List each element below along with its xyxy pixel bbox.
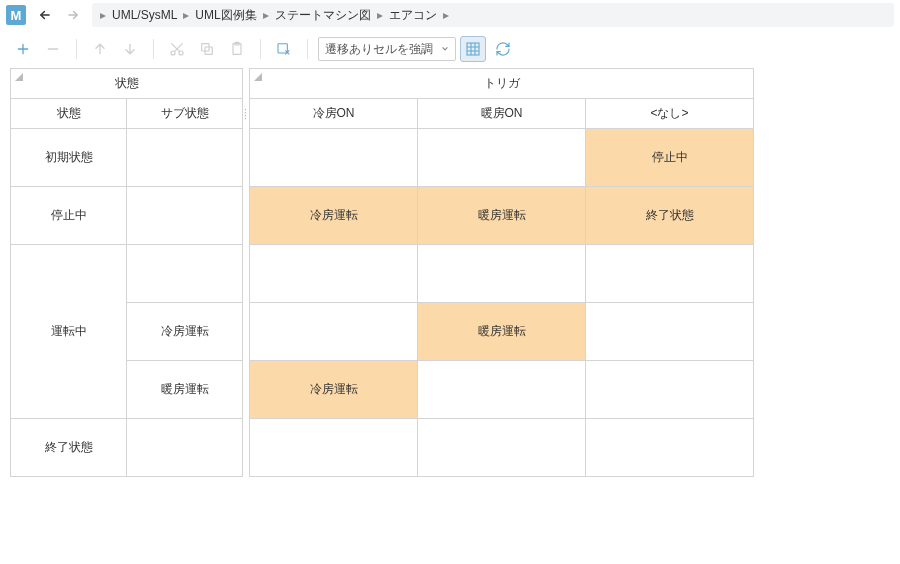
trigger-column-header[interactable]: 冷房ON [250,99,418,129]
transition-cell[interactable] [586,303,754,361]
nav-back-button[interactable] [36,6,54,24]
state-cell[interactable]: 停止中 [11,187,127,245]
trigger-column-header[interactable]: <なし> [586,99,754,129]
separator [260,39,261,59]
separator [307,39,308,59]
transition-cell[interactable] [418,419,586,477]
cut-button[interactable] [164,36,190,62]
transition-cell[interactable] [418,129,586,187]
grid-view-button[interactable] [460,36,486,62]
transition-cell[interactable]: 冷房運転 [250,361,418,419]
substate-cell[interactable] [127,129,243,187]
transition-cell[interactable]: 終了状態 [586,187,754,245]
transition-cell[interactable] [418,245,586,303]
add-button[interactable] [10,36,36,62]
chevron-right-icon: ▸ [377,8,383,22]
transition-cell[interactable]: 暖房運転 [418,303,586,361]
paste-button[interactable] [224,36,250,62]
state-cell[interactable]: 運転中 [11,245,127,419]
svg-rect-7 [467,43,479,55]
transition-cell[interactable] [250,303,418,361]
state-table: 状態 状態 サブ状態 初期状態 停止中 運転中 冷房運転 暖房運転 終了状態 [10,68,243,477]
refresh-button[interactable] [490,36,516,62]
transition-cell[interactable] [586,245,754,303]
state-group-label: 状態 [115,76,139,90]
chevron-right-icon: ▸ [100,8,106,22]
breadcrumb[interactable]: ▸ UML/SysML ▸ UML図例集 ▸ ステートマシン図 ▸ エアコン ▸ [92,3,894,27]
substate-cell[interactable] [127,419,243,477]
breadcrumb-item[interactable]: UML/SysML [112,8,177,22]
trigger-column-header[interactable]: 暖房ON [418,99,586,129]
substate-cell[interactable]: 冷房運転 [127,303,243,361]
script-edit-button[interactable] [271,36,297,62]
substate-column-header[interactable]: サブ状態 [127,99,243,129]
copy-button[interactable] [194,36,220,62]
highlight-mode-dropdown[interactable]: 遷移ありセルを強調 [318,37,456,61]
state-cell[interactable]: 初期状態 [11,129,127,187]
app-badge: M [6,5,26,25]
chevron-right-icon: ▸ [183,8,189,22]
grip-icon: ···· [244,108,248,120]
trigger-group-label: トリガ [484,76,520,90]
trigger-group-header[interactable]: トリガ [250,69,754,99]
state-cell[interactable]: 終了状態 [11,419,127,477]
substate-cell[interactable]: 暖房運転 [127,361,243,419]
dropdown-label: 遷移ありセルを強調 [325,41,433,58]
breadcrumb-item[interactable]: UML図例集 [195,7,256,24]
transition-cell[interactable] [586,419,754,477]
chevron-right-icon: ▸ [263,8,269,22]
toolbar: 遷移ありセルを強調 [0,30,900,68]
transition-cell[interactable] [250,129,418,187]
transition-cell[interactable]: 停止中 [586,129,754,187]
transition-cell[interactable] [250,419,418,477]
transition-cell[interactable]: 冷房運転 [250,187,418,245]
separator [153,39,154,59]
substate-cell[interactable] [127,245,243,303]
transition-cell[interactable]: 暖房運転 [418,187,586,245]
chevron-down-icon [441,42,449,56]
breadcrumb-item[interactable]: ステートマシン図 [275,7,371,24]
remove-button[interactable] [40,36,66,62]
chevron-right-icon: ▸ [443,8,449,22]
nav-forward-button[interactable] [64,6,82,24]
breadcrumb-item[interactable]: エアコン [389,7,437,24]
state-group-header[interactable]: 状態 [11,69,243,99]
state-column-header[interactable]: 状態 [11,99,127,129]
move-up-button[interactable] [87,36,113,62]
transition-cell[interactable] [418,361,586,419]
trigger-table: トリガ 冷房ON 暖房ON <なし> 停止中 冷房運転 暖房運転 終了状態 暖房… [249,68,754,477]
move-down-button[interactable] [117,36,143,62]
separator [76,39,77,59]
substate-cell[interactable] [127,187,243,245]
transition-cell[interactable] [250,245,418,303]
transition-cell[interactable] [586,361,754,419]
